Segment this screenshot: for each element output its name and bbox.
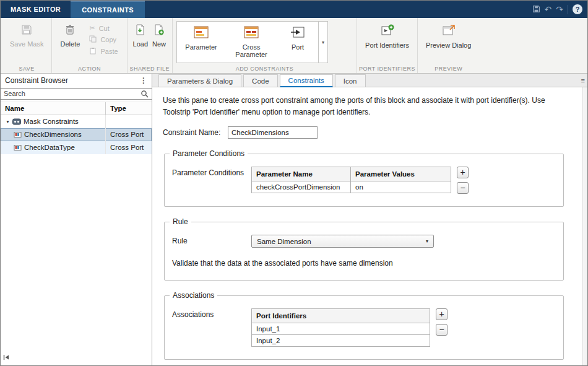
copy-button[interactable]: Copy [85, 35, 121, 45]
constraints-tab-content: Use this pane to create cross port const… [152, 87, 587, 365]
load-button[interactable]: Load [131, 20, 150, 49]
ribbon-section-action: Delete ✂ Cut Copy Paste [52, 18, 127, 73]
tree-row-mask-constraints[interactable]: ▾ Mask Constraints [1, 115, 152, 128]
save-icon[interactable] [532, 5, 540, 14]
collapse-panel-icon[interactable] [3, 352, 10, 363]
copy-label: Copy [100, 36, 116, 43]
column-header-port-identifiers: Port Identifiers [252, 309, 430, 323]
add-parameter-label: Parameter [185, 43, 217, 51]
remove-row-button[interactable]: − [457, 182, 469, 194]
remove-row-button[interactable]: − [436, 324, 447, 336]
app-title: MASK EDITOR [1, 1, 71, 18]
preview-dialog-button[interactable]: Preview Dialog [422, 20, 475, 50]
parameter-conditions-group: Parameter Conditions Parameter Condition… [164, 154, 564, 207]
add-cross-parameter-label: Cross Parameter [231, 43, 272, 59]
panel-menu-icon[interactable]: ⋮ [140, 76, 147, 85]
cut-button[interactable]: ✂ Cut [85, 24, 121, 33]
table-row: Input_1 [252, 323, 430, 335]
ribbon: Save Mask SAVE Delete ✂ Cut [1, 18, 587, 74]
tree-row-checkdatatype[interactable]: CheckDataType Cross Port [1, 141, 152, 154]
constraint-name-row: Constraint Name: [163, 126, 570, 139]
associations-group: Associations Associations Port Identifie… [164, 295, 564, 360]
section-label-add-constraints: ADD CONSTRAINTS [173, 66, 357, 72]
tab-icon[interactable]: Icon [335, 74, 366, 87]
paste-label: Paste [100, 48, 118, 55]
cut-label: Cut [99, 25, 110, 32]
column-header-parameter-values: Parameter Values [351, 167, 451, 181]
new-button[interactable]: New [150, 20, 168, 49]
titlebar-separator [568, 5, 568, 14]
ribbon-section-save: Save Mask SAVE [2, 18, 52, 73]
column-header-name[interactable]: Name [1, 102, 106, 115]
vertical-scrollbar[interactable] [582, 87, 587, 365]
chevron-down-icon: ▾ [426, 238, 433, 244]
new-file-icon [153, 24, 165, 38]
toolstrip-tab-constraints[interactable]: CONSTRAINTS [71, 1, 145, 18]
search-icon [141, 89, 149, 100]
tree-expander-icon[interactable]: ▾ [3, 119, 12, 124]
parameter-value-cell[interactable]: on [351, 181, 451, 193]
port-identifiers-icon [380, 24, 395, 39]
column-header-type[interactable]: Type [106, 102, 152, 115]
scissors-icon: ✂ [89, 24, 95, 32]
add-constraints-box: Parameter Cross Parameter Port [176, 21, 319, 63]
port-identifier-cell[interactable]: Input_2 [252, 335, 430, 347]
port-identifier-cell[interactable]: Input_1 [252, 323, 430, 335]
save-mask-button[interactable]: Save Mask [6, 20, 48, 49]
tab-code[interactable]: Code [243, 74, 278, 87]
pane-description: Use this pane to create cross port const… [163, 95, 570, 118]
copy-icon [89, 35, 97, 44]
delete-button[interactable]: Delete [56, 20, 84, 49]
search-input[interactable] [1, 88, 152, 100]
search-box [1, 87, 152, 100]
tree-item-label: CheckDimensions [24, 131, 82, 138]
paste-icon [89, 47, 97, 56]
group-title: Rule [170, 217, 191, 226]
mask-constraints-icon [12, 118, 21, 125]
rule-description: Validate that the data at the associated… [172, 259, 556, 268]
help-icon[interactable]: ? [573, 4, 582, 14]
port-identifiers-button[interactable]: Port Identifiers [361, 20, 413, 50]
load-label: Load [133, 40, 148, 48]
ribbon-section-add-constraints: Parameter Cross Parameter Port [173, 18, 357, 73]
tab-parameters-dialog[interactable]: Parameters & Dialog [158, 74, 241, 87]
constraint-name-input[interactable] [228, 126, 318, 139]
constraint-icon [14, 144, 22, 151]
add-port-label: Port [292, 43, 304, 51]
add-constraints-dropdown-button[interactable]: ▾ [319, 21, 328, 63]
add-row-button[interactable]: + [436, 308, 447, 320]
constraint-tree-table: Name Type ▾ Mask Constraints [1, 102, 152, 366]
rule-selected-value: Same Dimension [257, 238, 311, 245]
editor-pane: Parameters & Dialog Code Constraints Ico… [152, 74, 587, 365]
parameter-conditions-label: Parameter Conditions [172, 167, 251, 177]
parameter-name-cell[interactable]: checkCrossPortDimension [252, 181, 351, 193]
parameter-conditions-controls: + − [457, 167, 469, 194]
tree-row-checkdimensions[interactable]: CheckDimensions Cross Port [1, 128, 152, 141]
parameter-conditions-table: Parameter Name Parameter Values checkCro… [251, 167, 451, 193]
redo-icon[interactable]: ↷ [556, 5, 563, 14]
associations-label: Associations [172, 308, 251, 319]
chevron-down-icon: ▾ [322, 40, 324, 45]
trash-icon [64, 24, 76, 38]
add-cross-parameter-constraint-button[interactable]: Cross Parameter [225, 22, 277, 63]
tab-overflow-icon[interactable]: ≡ [579, 74, 587, 87]
rule-dropdown[interactable]: Same Dimension ▾ [251, 235, 434, 248]
undo-icon[interactable]: ↶ [545, 5, 552, 14]
preview-dialog-label: Preview Dialog [426, 41, 471, 50]
ribbon-section-preview: Preview Dialog PREVIEW [418, 18, 479, 73]
add-parameter-constraint-button[interactable]: Parameter [177, 22, 225, 63]
add-constraints-group: Parameter Cross Parameter Port [176, 21, 328, 63]
save-mask-icon [20, 24, 33, 38]
tab-constraints[interactable]: Constraints [280, 74, 333, 87]
tree-header-row: Name Type [1, 102, 152, 115]
tree-item-type: Cross Port [106, 128, 152, 141]
add-port-constraint-button[interactable]: Port [277, 22, 318, 63]
paste-button[interactable]: Paste [85, 46, 121, 56]
rule-label: Rule [172, 235, 251, 245]
associations-controls: + − [436, 308, 447, 336]
section-label-save: SAVE [2, 66, 51, 72]
port-identifiers-label: Port Identifiers [365, 41, 409, 50]
cross-parameter-constraint-icon [243, 25, 259, 41]
add-row-button[interactable]: + [457, 167, 469, 178]
ribbon-section-port-identifiers: Port Identifiers PORT IDENTIFIERS [357, 18, 418, 73]
